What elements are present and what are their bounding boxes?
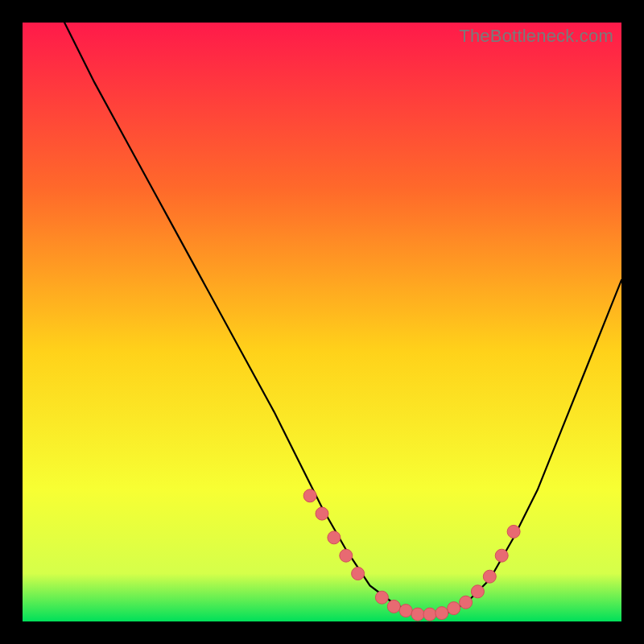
- plot-frame: TheBottleneck.com: [23, 23, 621, 621]
- marker-point: [483, 570, 496, 583]
- marker-point: [436, 607, 448, 620]
- marker-point: [399, 605, 412, 617]
- marker-point: [328, 531, 341, 544]
- watermark-text: TheBottleneck.com: [459, 26, 613, 47]
- marker-point: [471, 585, 484, 598]
- marker-point: [340, 549, 353, 562]
- marker-point: [352, 568, 365, 580]
- marker-point: [411, 608, 424, 621]
- marker-point: [460, 596, 473, 609]
- bottleneck-chart: [23, 23, 621, 621]
- gradient-background: [23, 23, 621, 621]
- marker-point: [303, 489, 316, 502]
- marker-point: [495, 549, 508, 562]
- marker-point: [507, 525, 520, 538]
- marker-point: [448, 602, 460, 615]
- marker-point: [387, 600, 400, 613]
- marker-point: [423, 608, 436, 621]
- marker-point: [316, 507, 328, 520]
- marker-point: [375, 591, 388, 604]
